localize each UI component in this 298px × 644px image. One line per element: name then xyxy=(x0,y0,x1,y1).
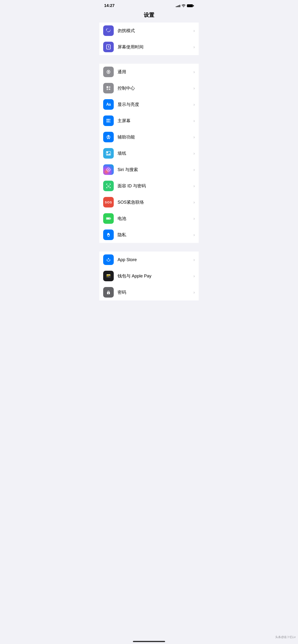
list-item-password[interactable]: 密码 › xyxy=(99,284,199,300)
password-label: 密码 xyxy=(117,290,192,295)
password-icon xyxy=(103,287,114,298)
appstore-icon xyxy=(103,254,114,265)
section-dnd: 勿扰模式 › 屏幕使用时间 › xyxy=(99,22,199,55)
privacy-chevron: › xyxy=(193,232,195,238)
svg-rect-21 xyxy=(110,122,110,123)
svg-rect-38 xyxy=(107,218,110,219)
page-title: 设置 xyxy=(99,10,199,22)
list-item-home[interactable]: 主屏幕 › xyxy=(99,112,199,129)
siri-label: Siri 与搜索 xyxy=(117,167,192,172)
svg-rect-44 xyxy=(107,276,108,277)
list-item-control[interactable]: 控制中心 › xyxy=(99,80,199,96)
svg-point-5 xyxy=(108,71,109,72)
svg-rect-42 xyxy=(106,274,110,275)
screen-time-chevron: › xyxy=(193,44,195,50)
sos-chevron: › xyxy=(193,200,195,205)
faceid-label: 面容 ID 与密码 xyxy=(117,183,192,189)
svg-rect-15 xyxy=(106,120,108,122)
display-chevron: › xyxy=(193,102,195,107)
svg-point-30 xyxy=(107,152,108,153)
battery-icon xyxy=(187,4,194,7)
svg-line-27 xyxy=(109,138,109,139)
svg-rect-13 xyxy=(108,119,109,120)
list-item-accessibility[interactable]: 辅助功能 › xyxy=(99,129,199,145)
wallet-icon xyxy=(103,271,114,281)
display-label: 显示与亮度 xyxy=(117,102,192,107)
accessibility-chevron: › xyxy=(193,135,195,140)
sos-icon: SOS xyxy=(103,197,114,208)
status-icons xyxy=(176,4,194,7)
svg-rect-7 xyxy=(109,86,110,88)
svg-line-26 xyxy=(107,138,108,139)
list-item-siri[interactable]: Siri 与搜索 › xyxy=(99,162,199,178)
appstore-label: App Store xyxy=(117,257,192,262)
accessibility-label: 辅助功能 xyxy=(117,134,192,140)
gap-3 xyxy=(99,300,199,315)
svg-rect-18 xyxy=(108,122,109,123)
svg-rect-8 xyxy=(106,88,108,90)
battery-label: 电池 xyxy=(117,216,192,222)
svg-rect-17 xyxy=(106,122,108,123)
screen-time-icon xyxy=(103,42,114,52)
dnd-label: 勿扰模式 xyxy=(117,28,192,34)
section-apps: App Store › 钱包与 Apple Pay › xyxy=(99,252,199,300)
list-item-battery[interactable]: 电池 › xyxy=(99,210,199,227)
svg-point-33 xyxy=(108,169,109,170)
home-chevron: › xyxy=(193,118,195,124)
svg-rect-14 xyxy=(110,119,110,120)
faceid-chevron: › xyxy=(193,184,195,188)
control-chevron: › xyxy=(193,86,195,91)
control-icon xyxy=(103,83,114,94)
wifi-icon xyxy=(182,4,186,7)
siri-chevron: › xyxy=(193,167,195,172)
general-label: 通用 xyxy=(117,69,192,75)
signal-icon xyxy=(176,4,180,7)
list-item-display[interactable]: Aa 显示与亮度 › xyxy=(99,96,199,112)
svg-rect-19 xyxy=(110,120,110,121)
dnd-chevron: › xyxy=(193,28,195,33)
svg-rect-20 xyxy=(110,122,110,122)
battery-chevron: › xyxy=(193,216,195,221)
general-chevron: › xyxy=(193,70,195,74)
list-item-wallpaper[interactable]: 墙纸 › xyxy=(99,145,199,162)
svg-point-0 xyxy=(183,7,184,7)
battery-icon-item xyxy=(103,213,114,224)
svg-rect-12 xyxy=(106,119,108,120)
list-item-general[interactable]: 通用 › xyxy=(99,64,199,80)
list-item-sos[interactable]: SOS SOS紧急联络 › xyxy=(99,194,199,210)
list-item-privacy[interactable]: 隐私 › xyxy=(99,227,199,243)
svg-rect-6 xyxy=(106,86,108,88)
wallet-label: 钱包与 Apple Pay xyxy=(117,273,192,279)
section-system: 通用 › 控制中心 › Aa 显示与亮度 › xyxy=(99,64,199,243)
list-item-appstore[interactable]: App Store › xyxy=(99,252,199,268)
list-item-faceid[interactable]: 面容 ID 与密码 › xyxy=(99,178,199,194)
list-item-dnd[interactable]: 勿扰模式 › xyxy=(99,22,199,39)
wallpaper-label: 墙纸 xyxy=(117,150,192,156)
screen-time-label: 屏幕使用时间 xyxy=(117,44,192,50)
privacy-icon xyxy=(103,230,114,240)
status-bar: 14:27 xyxy=(99,0,199,10)
home-label: 主屏幕 xyxy=(117,118,192,124)
appstore-chevron: › xyxy=(193,257,195,262)
faceid-icon xyxy=(103,181,114,191)
password-chevron: › xyxy=(193,290,195,295)
accessibility-icon xyxy=(103,132,114,142)
svg-rect-16 xyxy=(108,120,109,122)
wallpaper-chevron: › xyxy=(193,151,195,156)
wallpaper-icon xyxy=(103,148,114,158)
sos-label: SOS紧急联络 xyxy=(117,199,192,205)
list-item-screen-time[interactable]: 屏幕使用时间 › xyxy=(99,39,199,55)
display-icon: Aa xyxy=(103,99,114,110)
gap-1 xyxy=(99,55,199,64)
privacy-label: 隐私 xyxy=(117,232,192,238)
status-time: 14:27 xyxy=(104,3,114,8)
svg-point-4 xyxy=(108,47,109,48)
home-icon xyxy=(103,116,114,126)
list-item-wallet[interactable]: 钱包与 Apple Pay › xyxy=(99,268,199,284)
siri-icon xyxy=(103,164,114,175)
dnd-icon xyxy=(103,26,114,36)
wallet-chevron: › xyxy=(193,274,195,279)
control-label: 控制中心 xyxy=(117,85,192,91)
general-icon xyxy=(103,66,114,77)
gap-2 xyxy=(99,243,199,252)
